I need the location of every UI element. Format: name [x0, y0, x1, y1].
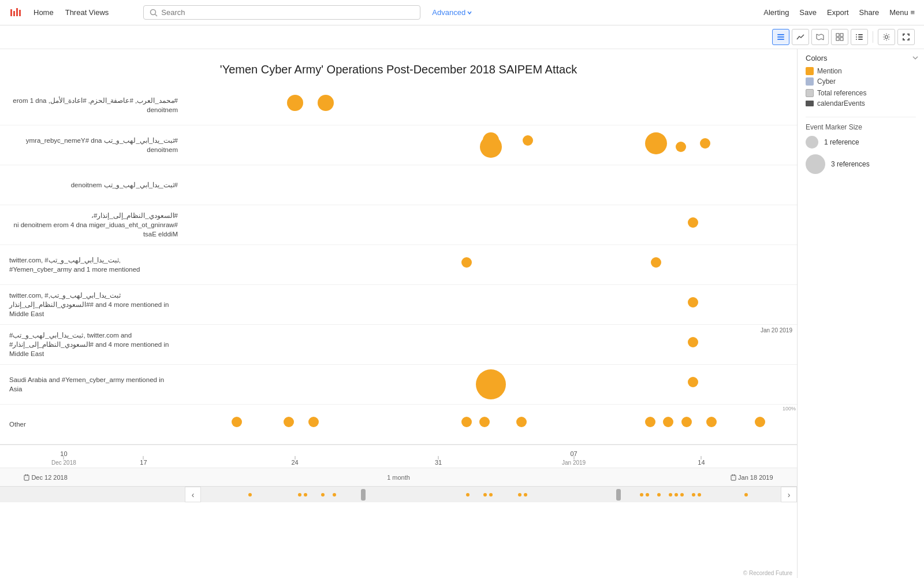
event-marker[interactable] [523, 135, 533, 146]
event-marker[interactable] [516, 417, 527, 427]
share-link[interactable]: Share [859, 8, 880, 17]
grid-view-button[interactable] [831, 29, 848, 45]
search-icon [150, 9, 158, 17]
scrubber-inner[interactable] [201, 487, 781, 502]
svg-rect-12 [836, 38, 839, 40]
bell-curve-bg [185, 405, 797, 444]
scrubber-dot [524, 493, 527, 497]
advanced-button[interactable]: Advanced [432, 8, 472, 17]
marker-size-section: Event Marker Size 1 reference 3 referenc… [806, 123, 916, 174]
scrubber-dot [698, 493, 701, 497]
bell-curve-bg [185, 205, 797, 244]
bell-curve-bg [185, 325, 797, 364]
scrubber-dot [640, 493, 643, 497]
svg-rect-25 [731, 475, 736, 480]
event-marker[interactable] [461, 257, 472, 268]
event-marker[interactable] [645, 417, 655, 427]
row-label: #السعودي_النظام_إلى_إنذار#، #warning_to_… [0, 206, 185, 243]
event-marker[interactable] [318, 95, 334, 111]
alerting-link[interactable]: Alerting [763, 8, 789, 17]
event-marker[interactable] [232, 417, 242, 427]
jan20-label: Jan 20 2019 [761, 327, 792, 334]
scrubber-dot [489, 493, 493, 497]
save-link[interactable]: Save [799, 8, 817, 17]
event-marker[interactable] [284, 417, 294, 427]
threat-views-link[interactable]: Threat Views [65, 8, 109, 17]
event-marker[interactable] [700, 138, 710, 149]
event-marker[interactable] [480, 136, 502, 158]
left-date-marker: Dec 12 2018 [24, 474, 67, 481]
event-marker[interactable] [688, 337, 698, 347]
scrubber-handle[interactable] [361, 489, 366, 501]
bullet-list-button[interactable] [851, 29, 868, 45]
event-marker[interactable] [308, 417, 319, 427]
event-marker[interactable] [476, 369, 506, 399]
row-plot [185, 205, 797, 244]
xaxis-label: 31 [435, 458, 442, 466]
colors-title: Colors [806, 54, 916, 62]
search-input[interactable] [161, 8, 414, 17]
scrubber-dot [248, 493, 252, 497]
scrubber-handle[interactable] [616, 489, 621, 501]
menu-link[interactable]: Menu ≡ [889, 8, 915, 17]
scrubber-dot [744, 493, 748, 497]
calendar-events-swatch [806, 101, 814, 106]
event-marker[interactable] [688, 217, 698, 228]
xaxis-label: 14 [698, 458, 705, 466]
event-marker[interactable] [681, 417, 692, 427]
mention-label: Mention [817, 67, 842, 75]
row-label: #ثبت_يدا_ابي_لهب_و_تب mentioned [0, 176, 185, 194]
event-marker[interactable] [688, 297, 698, 307]
view-toolbar [0, 25, 924, 49]
chart-row: twitter.com, #ثبت_يدا_ابي_لهب_و_تب, #Yem… [0, 245, 797, 285]
1ref-label: 1 reference [824, 138, 859, 146]
svg-point-16 [856, 36, 857, 38]
chart-view-button[interactable] [792, 29, 809, 45]
event-marker[interactable] [287, 95, 303, 111]
list-icon [777, 33, 785, 41]
event-marker[interactable] [663, 417, 673, 427]
timeline-scrubber[interactable]: ‹ › [0, 486, 797, 502]
expand-button[interactable] [897, 29, 915, 45]
list-view-button[interactable] [772, 29, 789, 45]
row-label: Other [0, 415, 185, 433]
event-marker[interactable] [479, 417, 490, 427]
svg-rect-28 [731, 477, 736, 477]
chart-title: 'Yemen Cyber Army' Operations Post-Decem… [0, 49, 797, 86]
event-marker[interactable] [645, 132, 667, 154]
xaxis-label: 17 [140, 458, 147, 466]
x-axis: 10Dec 201817243107Jan 201914 [0, 444, 797, 468]
settings-button[interactable] [878, 29, 895, 45]
row-label: Saudi Arabia and #Yemen_cyber_army menti… [0, 370, 185, 398]
svg-rect-21 [24, 475, 29, 480]
event-marker[interactable] [676, 142, 686, 152]
settings-icon [882, 33, 891, 41]
scrubber-dot [321, 493, 325, 497]
scrubber-dot [692, 493, 695, 497]
center-date-marker: 1 month [387, 474, 410, 481]
event-marker[interactable] [651, 257, 661, 268]
cyber-label: Cyber [817, 77, 836, 86]
sidebar-divider [806, 117, 916, 117]
home-link[interactable]: Home [33, 8, 54, 17]
scrubber-next[interactable]: › [781, 487, 797, 502]
scrubber-dot [646, 493, 649, 497]
event-marker[interactable] [755, 417, 765, 427]
event-marker[interactable] [688, 377, 698, 387]
svg-rect-13 [840, 38, 843, 40]
marker-size-3ref: 3 references [806, 154, 916, 174]
scrubber-prev[interactable]: ‹ [185, 487, 201, 502]
scrubber-dot [333, 493, 336, 497]
event-marker[interactable] [706, 417, 717, 427]
svg-rect-1 [13, 11, 15, 16]
svg-rect-22 [25, 474, 26, 476]
logo[interactable] [9, 6, 22, 19]
sidebar-collapse-button[interactable] [911, 54, 919, 64]
marker-size-1ref: 1 reference [806, 136, 916, 149]
map-view-button[interactable] [811, 29, 829, 45]
export-link[interactable]: Export [827, 8, 849, 17]
total-refs-swatch [806, 89, 814, 97]
event-marker[interactable] [461, 417, 472, 427]
legend-cyber: Cyber [806, 77, 916, 86]
scrubber-dot [304, 493, 307, 497]
